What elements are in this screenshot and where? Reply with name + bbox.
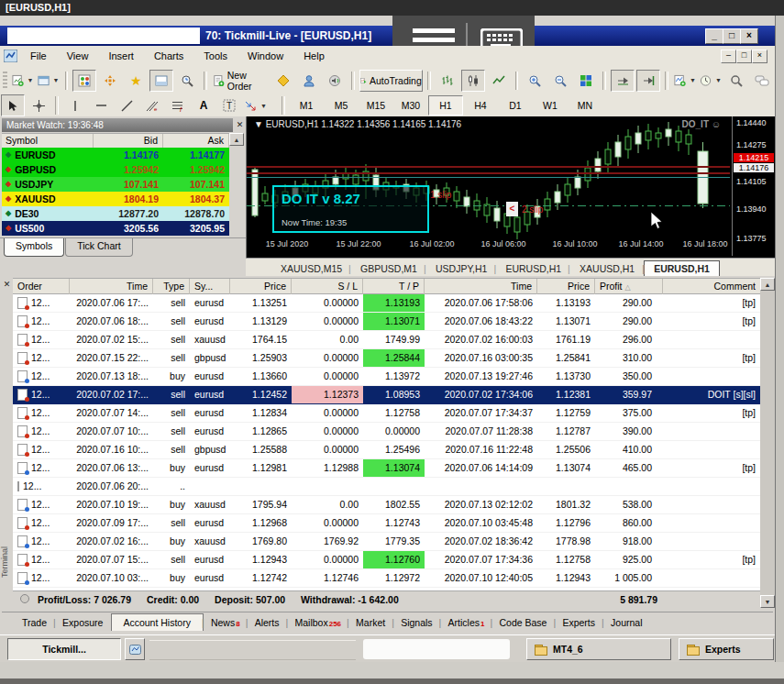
mdi-close-button[interactable]: × — [752, 50, 767, 63]
terminal-close-icon[interactable]: ✕ — [2, 279, 12, 290]
market-watch-scrollbar[interactable]: ▲ ▼ — [229, 133, 244, 252]
taskbar-tickmill-button[interactable]: Tickmill... — [7, 638, 121, 660]
column-tp[interactable]: T / P — [363, 279, 425, 295]
candlestick-chart-button[interactable] — [461, 70, 485, 92]
periods-button[interactable]: ▼ — [699, 70, 723, 92]
market-watch-row[interactable]: ◆GBPUSD 1.25942 1.25942 — [2, 162, 229, 177]
timeframe-button[interactable]: M15 — [359, 95, 393, 116]
text-label-button[interactable]: T — [217, 94, 241, 116]
timeframe-button[interactable]: M5 — [324, 95, 359, 116]
menu-item[interactable]: Help — [293, 46, 335, 66]
menu-item[interactable]: Tools — [193, 46, 237, 66]
column-ask[interactable]: Ask — [163, 134, 229, 149]
order-row[interactable]: 12... 2020.07.02 17:... sell eurusd 1.12… — [13, 386, 760, 404]
auto-scroll-button[interactable] — [611, 70, 635, 92]
order-row[interactable]: 12... 2020.07.02 15:... sell xauusd 1764… — [13, 331, 760, 349]
chart-tab[interactable]: XAUUSD,H1 — [570, 261, 644, 276]
toolbar-grip[interactable] — [3, 72, 7, 90]
column-profit[interactable]: Profit △ — [595, 279, 663, 295]
price-axis[interactable]: 1.14440 1.14275 1.14215 1.14176 1.14105 … — [732, 116, 777, 256]
terminal-button[interactable] — [149, 70, 173, 92]
taskbar-experts-folder-button[interactable]: Experts — [679, 638, 774, 660]
order-row[interactable]: 12... 2020.07.16 10:... sell gbpusd 1.25… — [13, 441, 760, 459]
navigator-button[interactable]: ★ — [124, 70, 148, 92]
terminal-scrollbar[interactable]: ▲ ▼ — [760, 278, 775, 608]
mdi-minimize-button[interactable]: – — [721, 50, 736, 63]
terminal-tab[interactable]: Experts — [555, 615, 603, 630]
order-row[interactable]: 12... 2020.07.06 18:... sell eurusd 1.13… — [13, 313, 760, 331]
trendline-button[interactable] — [115, 94, 138, 116]
terminal-tab[interactable]: Journal — [603, 615, 650, 630]
minimize-button[interactable]: _ — [705, 28, 723, 44]
close-button[interactable]: × — [740, 28, 758, 44]
zoom-in-button[interactable] — [523, 70, 547, 92]
new-chart-button[interactable]: ▼ — [11, 70, 35, 92]
line-chart-button[interactable] — [487, 70, 511, 92]
order-row[interactable]: 12... 2020.07.07 15:... sell eurusd 1.12… — [13, 551, 760, 569]
order-row[interactable]: 12... 2020.07.06 17:... sell eurusd 1.13… — [13, 294, 760, 313]
order-row[interactable]: 12... 2020.07.10 03:... buy eurusd 1.127… — [13, 569, 760, 588]
order-row[interactable]: 12... 2020.07.09 17:... sell eurusd 1.12… — [13, 514, 760, 533]
mdi-restore-button[interactable]: □ — [736, 50, 752, 63]
timeframe-button[interactable]: D1 — [498, 95, 533, 116]
order-row[interactable]: 12... 2020.07.06 20:... .. — [13, 478, 760, 496]
timeframe-button[interactable]: H1 — [428, 95, 463, 116]
chart-tab[interactable]: EURUSD,H1 — [644, 260, 720, 276]
terminal-tab[interactable]: Mailbox256 — [288, 615, 349, 630]
sounds-button[interactable] — [323, 70, 347, 92]
market-watch-row[interactable]: ◆DE30 12877.20 12878.70 — [2, 206, 229, 221]
profiles-button[interactable]: ▼ — [37, 70, 61, 92]
order-row[interactable]: 12... 2020.07.06 13:... buy eurusd 1.129… — [13, 459, 760, 478]
chart-shift-button[interactable] — [636, 70, 660, 92]
terminal-tab[interactable]: Market — [348, 615, 393, 630]
vertical-line-button[interactable] — [63, 94, 87, 116]
column-order[interactable]: Order — [13, 279, 70, 295]
market-watch-row[interactable]: ◆EURUSD 1.14176 1.14177 — [2, 148, 229, 162]
timeframe-button[interactable]: H4 — [463, 95, 498, 116]
column-type[interactable]: Type — [153, 279, 190, 295]
data-window-button[interactable] — [98, 70, 122, 92]
fibonacci-button[interactable]: f — [166, 94, 190, 116]
new-order-button[interactable]: New Order — [212, 70, 270, 92]
market-watch-close-icon[interactable]: ✕ — [235, 119, 245, 130]
experts-button[interactable] — [297, 70, 321, 92]
terminal-tab[interactable]: Account History — [111, 613, 204, 631]
column-close-time[interactable]: Time — [425, 279, 537, 295]
terminal-tab[interactable]: Signals — [393, 615, 440, 630]
market-watch-row[interactable]: ◆XAUUSD 1804.19 1804.37 — [2, 192, 229, 206]
column-bid[interactable]: Bid — [94, 134, 163, 149]
terminal-tab[interactable]: Articles1 — [441, 615, 492, 630]
tile-windows-button[interactable] — [574, 70, 598, 92]
chart-tab[interactable]: EURUSD,H1 — [496, 261, 570, 276]
menu-item[interactable]: Charts — [144, 46, 193, 66]
equidistant-channel-button[interactable]: e — [140, 94, 164, 116]
timeframe-button[interactable]: W1 — [533, 95, 568, 116]
cursor-button[interactable] — [1, 94, 25, 116]
search-button[interactable] — [724, 70, 748, 92]
column-comment[interactable]: Comment — [663, 279, 760, 295]
crosshair-button[interactable] — [27, 94, 50, 116]
column-symbol[interactable]: Sy... — [190, 279, 230, 295]
strategy-tester-button[interactable] — [175, 70, 199, 92]
order-row[interactable]: 12... 2020.07.07 14:... sell eurusd 1.12… — [13, 404, 760, 423]
column-sl[interactable]: S / L — [292, 279, 363, 295]
horizontal-line-button[interactable] — [89, 94, 113, 116]
market-watch-row[interactable]: ◆USDJPY 107.141 107.141 — [2, 177, 229, 192]
terminal-tab[interactable]: Trade — [15, 615, 55, 630]
arrows-button[interactable]: ▼ — [243, 94, 268, 116]
scroll-up-icon[interactable]: ▲ — [760, 278, 775, 291]
column-close-price[interactable]: Price — [537, 279, 595, 295]
chart-tab[interactable]: GBPUSD,M1 — [351, 261, 426, 276]
scroll-up-icon[interactable]: ▲ — [229, 133, 244, 146]
chart-tab[interactable]: XAUUSD,M15 — [271, 261, 351, 276]
market-watch-tab[interactable]: Symbols — [4, 238, 64, 257]
timeframe-button[interactable]: M1 — [289, 95, 324, 116]
terminal-tab[interactable]: Exposure — [55, 615, 111, 630]
timeframe-button[interactable]: MN — [568, 95, 602, 116]
scroll-down-icon[interactable]: ▼ — [760, 595, 775, 608]
chat-button[interactable] — [750, 70, 774, 92]
menu-item[interactable]: View — [57, 46, 99, 66]
market-watch-row[interactable]: ◆US500 3205.56 3205.95 — [2, 221, 229, 236]
column-price[interactable]: Price — [230, 279, 292, 295]
indicators-button[interactable]: ▼ — [673, 70, 697, 92]
